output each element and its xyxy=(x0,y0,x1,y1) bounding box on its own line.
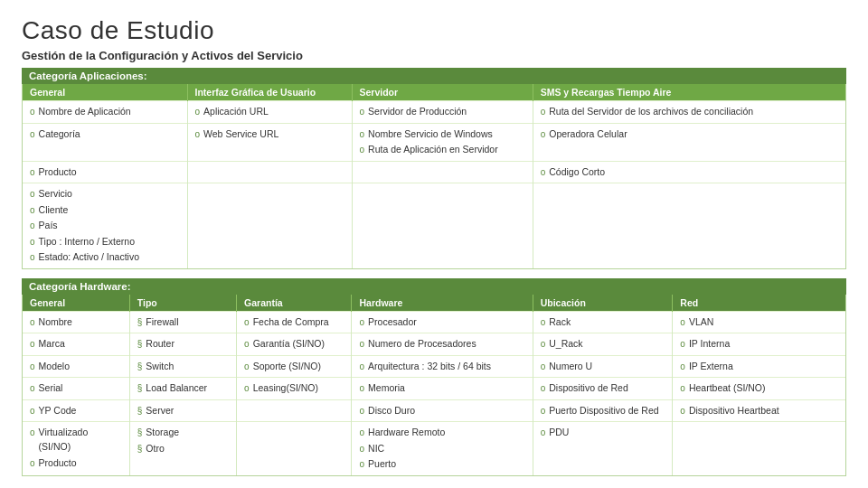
hw-row6-red xyxy=(673,422,845,475)
hw-row4-general: oSerial xyxy=(23,378,129,400)
col-servidor: Servidor xyxy=(352,84,533,101)
app-row2-interfaz: oWeb Service URL xyxy=(187,123,352,161)
hw-row5-hardware: oDisco Duro xyxy=(352,399,533,422)
app-row1-general: oNombre de Aplicación xyxy=(23,101,187,124)
aplicaciones-category-header: Categoría Aplicaciones: xyxy=(22,68,846,84)
hw-row1-hardware: oProcesador xyxy=(352,311,533,333)
app-row4-general: oServicio oCliente oPaís oTipo : Interno… xyxy=(23,183,187,268)
page-subtitle: Gestión de la Configuración y Activos de… xyxy=(22,49,846,62)
hw-row4-ubicacion: oDispositivo de Red xyxy=(533,378,673,400)
aplicaciones-section: Categoría Aplicaciones: General Interfaz… xyxy=(22,68,846,269)
app-row-1: oNombre de Aplicación oAplicación URL oS… xyxy=(23,101,845,124)
app-row2-servidor: oNombre Servicio de Windows oRuta de Apl… xyxy=(352,123,533,161)
aplicaciones-table-wrapper: General Interfaz Gráfica de Usuario Serv… xyxy=(22,84,846,269)
hw-row2-tipo: §Router xyxy=(129,333,236,356)
page-title: Caso de Estudio xyxy=(22,16,846,45)
col-interfaz: Interfaz Gráfica de Usuario xyxy=(187,84,352,101)
col-sms: SMS y Recargas Tiempo Aire xyxy=(533,84,845,101)
hw-col-hardware: Hardware xyxy=(352,295,533,312)
hw-row3-ubicacion: oNumero U xyxy=(533,355,673,378)
app-row4-interfaz xyxy=(187,183,352,268)
app-row4-sms xyxy=(533,183,845,268)
page: Caso de Estudio Gestión de la Configurac… xyxy=(0,0,868,488)
hw-col-ubicacion: Ubicación xyxy=(533,295,673,312)
app-row4-servidor xyxy=(352,183,533,268)
app-row2-general: oCategoría xyxy=(23,123,187,161)
hw-col-garantia: Garantía xyxy=(237,295,352,312)
hw-row3-tipo: §Switch xyxy=(129,355,236,378)
hw-row3-hardware: oArquitectura : 32 bits / 64 bits xyxy=(352,355,533,378)
hw-row-6: oVirtualizado (SI/NO) oProducto §Storage… xyxy=(23,422,845,475)
hw-row2-general: oMarca xyxy=(23,333,129,356)
aplicaciones-header-row: General Interfaz Gráfica de Usuario Serv… xyxy=(23,84,845,101)
hw-row-1: oNombre §Firewall oFecha de Compra oProc… xyxy=(23,311,845,333)
hw-row1-general: oNombre xyxy=(23,311,129,333)
hw-row4-red: oHeartbeat (SI/NO) xyxy=(673,378,845,400)
hw-row1-red: oVLAN xyxy=(673,311,845,333)
hw-row5-tipo: §Server xyxy=(129,399,236,422)
hw-row2-garantia: oGarantía (SI/NO) xyxy=(237,333,352,356)
hardware-table: General Tipo Garantía Hardware Ubicación… xyxy=(23,295,845,475)
app-row3-general: oProducto xyxy=(23,161,187,183)
hw-row6-general: oVirtualizado (SI/NO) oProducto xyxy=(23,422,129,475)
hw-row5-garantia xyxy=(237,399,352,422)
hw-row4-hardware: oMemoria xyxy=(352,378,533,400)
app-row3-sms: oCódigo Corto xyxy=(533,161,845,183)
hw-row1-garantia: oFecha de Compra xyxy=(237,311,352,333)
hw-row-4: oSerial §Load Balancer oLeasing(SI/NO) o… xyxy=(23,378,845,400)
hw-row2-ubicacion: oU_Rack xyxy=(533,333,673,356)
hw-row5-general: oYP Code xyxy=(23,399,129,422)
hw-row4-garantia: oLeasing(SI/NO) xyxy=(237,378,352,400)
hw-row-3: oModelo §Switch oSoporte (SI/NO) oArquit… xyxy=(23,355,845,378)
hw-row5-red: oDispositivo Heartbeat xyxy=(673,399,845,422)
app-row3-interfaz xyxy=(187,161,352,183)
hw-col-general: General xyxy=(23,295,129,312)
hw-row2-red: oIP Interna xyxy=(673,333,845,356)
hw-row6-tipo: §Storage §Otro xyxy=(129,422,236,475)
app-row1-interfaz: oAplicación URL xyxy=(187,101,352,124)
hw-col-red: Red xyxy=(673,295,845,312)
hw-row6-garantia xyxy=(237,422,352,475)
hw-row2-hardware: oNumero de Procesadores xyxy=(352,333,533,356)
hardware-header-row: General Tipo Garantía Hardware Ubicación… xyxy=(23,295,845,312)
hw-row1-ubicacion: oRack xyxy=(533,311,673,333)
app-row3-servidor xyxy=(352,161,533,183)
hw-row6-hardware: oHardware Remoto oNIC oPuerto xyxy=(352,422,533,475)
hw-row4-tipo: §Load Balancer xyxy=(129,378,236,400)
hw-row1-tipo: §Firewall xyxy=(129,311,236,333)
hw-row6-ubicacion: oPDU xyxy=(533,422,673,475)
aplicaciones-table: General Interfaz Gráfica de Usuario Serv… xyxy=(23,84,845,268)
hw-row3-red: oIP Externa xyxy=(673,355,845,378)
app-row1-servidor: oServidor de Producción xyxy=(352,101,533,124)
hw-row5-ubicacion: oPuerto Dispositivo de Red xyxy=(533,399,673,422)
hardware-category-header: Categoría Hardware: xyxy=(22,278,846,295)
app-row-4: oServicio oCliente oPaís oTipo : Interno… xyxy=(23,183,845,268)
app-row2-sms: oOperadora Celular xyxy=(533,123,845,161)
hw-row3-general: oModelo xyxy=(23,355,129,378)
hw-row-5: oYP Code §Server oDisco Duro oPuerto Dis… xyxy=(23,399,845,422)
hardware-table-wrapper: General Tipo Garantía Hardware Ubicación… xyxy=(22,295,846,476)
hw-col-tipo: Tipo xyxy=(129,295,236,312)
app-row1-sms: oRuta del Servidor de los archivos de co… xyxy=(533,101,845,124)
col-general: General xyxy=(23,84,187,101)
app-row-2: oCategoría oWeb Service URL oNombre Serv… xyxy=(23,123,845,161)
hw-row-2: oMarca §Router oGarantía (SI/NO) oNumero… xyxy=(23,333,845,356)
hw-row3-garantia: oSoporte (SI/NO) xyxy=(237,355,352,378)
app-row-3: oProducto oCódigo Corto xyxy=(23,161,845,183)
hardware-section: Categoría Hardware: General Tipo Garantí… xyxy=(22,278,846,476)
